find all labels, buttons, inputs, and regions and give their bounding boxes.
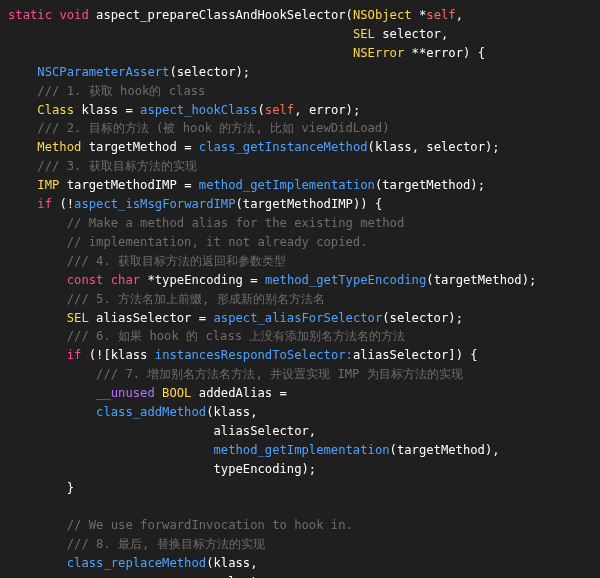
param-selector: selector xyxy=(382,27,441,41)
kw-const: const xyxy=(67,273,104,287)
kw-char: char xyxy=(111,273,140,287)
fn-classaddmethod: class_addMethod xyxy=(96,405,206,419)
fn-classreplace: class_replaceMethod xyxy=(67,556,206,570)
type-nserror: NSError xyxy=(353,46,404,60)
fn-hookclass: aspect_hookClass xyxy=(140,103,257,117)
attr-unused: __unused xyxy=(96,386,155,400)
punct-open: ( xyxy=(346,8,353,22)
type-class: Class xyxy=(37,103,74,117)
type-sel: SEL xyxy=(353,27,375,41)
code-block: static void aspect_prepareClassAndHookSe… xyxy=(0,0,600,578)
fn-aliasfor: aspect_aliasForSelector xyxy=(213,311,382,325)
fn-gettypeenc: method_getTypeEncoding xyxy=(265,273,426,287)
kw-static: static xyxy=(8,8,52,22)
kw-if2: if xyxy=(67,348,82,362)
comment-3: /// 3. 获取目标方法的实现 xyxy=(37,159,196,173)
punct-close: ) xyxy=(463,46,470,60)
sel-responds: instancesRespondToSelector: xyxy=(155,348,353,362)
comment-forward: // We use forwardInvocation to hook in. xyxy=(67,518,353,532)
fn-ismsgforward: aspect_isMsgForwardIMP xyxy=(74,197,235,211)
type-method: Method xyxy=(37,140,81,154)
self: self xyxy=(426,8,455,22)
comment-2: /// 2. 目标的方法 (被 hook 的方法, 比如 viewDidLoad… xyxy=(37,121,389,135)
kw-void: void xyxy=(59,8,88,22)
fn-getinstance: class_getInstanceMethod xyxy=(199,140,368,154)
comment-1: /// 1. 获取 hook的 class xyxy=(37,84,205,98)
comment-make2: // implementation, it not already copied… xyxy=(67,235,368,249)
punct-comma: , xyxy=(456,8,463,22)
comment-7: /// 7. 增加别名方法名方法, 并设置实现 IMP 为目标方法的实现 xyxy=(96,367,463,381)
comment-make1: // Make a method alias for the existing … xyxy=(67,216,405,230)
punct-brace1: { xyxy=(478,46,485,60)
fn-getimpl: method_getImplementation xyxy=(199,178,375,192)
comment-5: /// 5. 方法名加上前缀, 形成新的别名方法名 xyxy=(67,292,325,306)
punct-dstar: ** xyxy=(412,46,427,60)
type-imp: IMP xyxy=(37,178,59,192)
fn-nscparam: NSCParameterAssert xyxy=(37,65,169,79)
fn-name: aspect_prepareClassAndHookSelector xyxy=(96,8,345,22)
fn-getimpl2: method_getImplementation xyxy=(213,443,389,457)
kw-if: if xyxy=(37,197,52,211)
comment-6: /// 6. 如果 hook 的 class 上没有添加别名方法名的方法 xyxy=(67,329,406,343)
comment-4: /// 4. 获取目标方法的返回和参数类型 xyxy=(67,254,286,268)
punct-comma2: , xyxy=(441,27,448,41)
param-error: error xyxy=(426,46,463,60)
type-nsobject: NSObject xyxy=(353,8,412,22)
type-bool: BOOL xyxy=(162,386,191,400)
type-sel2: SEL xyxy=(67,311,89,325)
comment-8: /// 8. 最后, 替换目标方法的实现 xyxy=(67,537,265,551)
